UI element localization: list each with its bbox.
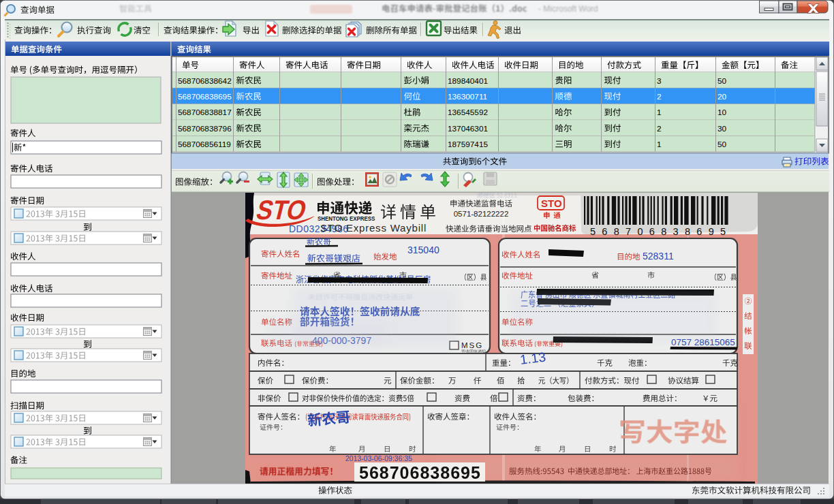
svg-text:528311: 528311 xyxy=(643,251,674,262)
svg-text:568706838695: 568706838695 xyxy=(359,463,481,482)
svg-text:187597415: 187597415 xyxy=(448,140,488,149)
svg-text:568706838796: 568706838796 xyxy=(178,124,232,133)
svg-text:50: 50 xyxy=(717,76,727,86)
svg-text:SHENTONG EXPRESS: SHENTONG EXPRESS xyxy=(318,215,375,223)
svg-text:STO: STO xyxy=(253,194,310,225)
svg-text:189840401: 189840401 xyxy=(448,76,488,86)
svg-text:STO Express Waybill: STO Express Waybill xyxy=(320,222,427,234)
svg-text:- Microsoft Word: - Microsoft Word xyxy=(538,4,598,14)
svg-text:20: 20 xyxy=(717,92,727,101)
svg-text:50: 50 xyxy=(717,140,727,149)
svg-text:STO: STO xyxy=(541,198,562,209)
svg-text:568706838695: 568706838695 xyxy=(590,226,732,237)
svg-text:136545592: 136545592 xyxy=(448,108,488,117)
svg-text:30: 30 xyxy=(717,124,727,133)
svg-text:1: 1 xyxy=(657,140,662,149)
svg-text:2: 2 xyxy=(657,92,662,101)
svg-text:137046301: 137046301 xyxy=(448,124,488,133)
svg-text:2013-03-06-09:36:35: 2013-03-06-09:36:35 xyxy=(345,454,412,462)
svg-text:0571-82122222: 0571-82122222 xyxy=(454,210,509,218)
svg-text:10: 10 xyxy=(717,108,727,117)
svg-text:1: 1 xyxy=(657,108,662,117)
svg-text:568706838817: 568706838817 xyxy=(178,108,232,117)
svg-text:3: 3 xyxy=(657,76,662,86)
svg-text:1.13: 1.13 xyxy=(519,349,546,367)
svg-text:136300711: 136300711 xyxy=(448,92,487,101)
svg-text:2: 2 xyxy=(657,124,662,133)
svg-text:568706856119: 568706856119 xyxy=(178,140,231,149)
svg-text:315040: 315040 xyxy=(407,245,439,255)
svg-text:MSG: MSG xyxy=(461,341,483,349)
svg-text:568706838642: 568706838642 xyxy=(178,76,232,86)
svg-text:568706838695: 568706838695 xyxy=(178,92,232,101)
